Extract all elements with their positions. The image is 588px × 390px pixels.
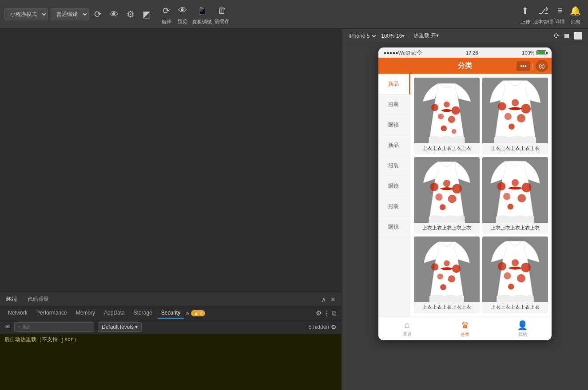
dress-svg-6 bbox=[482, 236, 548, 302]
cat-item-fuzhuang1[interactable]: 服装 bbox=[378, 95, 410, 115]
dress-svg-3 bbox=[414, 157, 480, 223]
filter-input[interactable] bbox=[14, 322, 94, 332]
details-label: 详情 bbox=[555, 18, 565, 25]
tab-performance[interactable]: Performance bbox=[33, 308, 71, 319]
upload-icon[interactable]: ⬆ bbox=[519, 4, 532, 18]
svg-point-39 bbox=[448, 275, 455, 282]
tab-appdata[interactable]: AppData bbox=[100, 308, 128, 319]
preview-icon-btn[interactable]: 👁 bbox=[107, 8, 121, 21]
mine-icon: 👤 bbox=[517, 320, 528, 331]
phone-nav-bar: 分类 ••• | ◎ bbox=[378, 58, 552, 74]
bottom-panel-controls: ∧ ✕ bbox=[321, 295, 337, 304]
more-tabs-btn[interactable]: » bbox=[186, 310, 189, 317]
main-area: 终端 代码质量 ∧ ✕ Network Performance Memory A… bbox=[0, 29, 588, 390]
dock-btn[interactable]: ⧉ bbox=[332, 309, 337, 317]
product-image bbox=[482, 157, 548, 223]
category-icon: ♛ bbox=[461, 320, 469, 331]
cat-item-fuzhuang3[interactable]: 服装 bbox=[378, 197, 410, 217]
settings-btn[interactable]: ⚙ bbox=[316, 309, 322, 317]
product-name-2: 上衣上衣上衣上衣上衣 bbox=[489, 143, 541, 154]
clear-cache-label: 清缓存 bbox=[215, 18, 229, 25]
bottom-nav-category[interactable]: ♛ 分类 bbox=[436, 320, 494, 338]
bottom-nav-mine[interactable]: 👤 我的 bbox=[494, 320, 552, 338]
filter-gear-btn[interactable]: ⚙ bbox=[331, 323, 337, 331]
home-icon: ⌂ bbox=[404, 320, 409, 330]
svg-point-24 bbox=[439, 204, 445, 210]
svg-point-37 bbox=[452, 264, 461, 273]
svg-point-48 bbox=[508, 284, 513, 289]
filter-eye-btn[interactable]: 👁 bbox=[4, 323, 11, 331]
svg-point-27 bbox=[497, 182, 505, 191]
product-card[interactable]: 上衣上衣上衣上衣上衣 bbox=[414, 157, 480, 234]
devtab-controls: ⚙ ⋮ ⧉ bbox=[316, 309, 337, 317]
product-name-3: 上衣上衣上衣上衣上衣 bbox=[421, 223, 473, 234]
cat-item-yanjing3[interactable]: 眼镜 bbox=[378, 217, 410, 237]
svg-point-22 bbox=[435, 193, 442, 201]
svg-point-38 bbox=[437, 273, 443, 279]
preview-icon: 👁 bbox=[175, 4, 190, 17]
filter-bar: 👁 Default levels ▾ 5 hidden ⚙ bbox=[0, 320, 341, 334]
nav-more-btn[interactable]: ••• bbox=[516, 61, 530, 71]
phone-status-bar: ●●●●●WeChat 令 17:26 100% bbox=[378, 47, 552, 58]
tab-storage[interactable]: Storage bbox=[130, 308, 156, 319]
product-card[interactable]: 上衣上衣上衣上衣上衣 bbox=[482, 78, 548, 154]
messages-label: 消息 bbox=[571, 19, 580, 25]
sim-refresh-btn[interactable]: ⟳ bbox=[554, 32, 560, 40]
layers-icon-btn[interactable]: ◩ bbox=[140, 7, 154, 21]
product-image bbox=[482, 236, 548, 302]
svg-point-45 bbox=[521, 263, 531, 272]
bottom-nav-home[interactable]: ⌂ 首页 bbox=[378, 320, 436, 338]
collapse-btn[interactable]: ∧ bbox=[321, 295, 327, 304]
svg-point-43 bbox=[497, 262, 506, 271]
svg-point-5 bbox=[437, 114, 443, 119]
debug-icon-btn[interactable]: ⚙ bbox=[124, 7, 137, 21]
details-icon[interactable]: ≡ bbox=[555, 4, 565, 17]
svg-point-6 bbox=[448, 116, 455, 123]
sim-separate-btn[interactable]: ⬜ bbox=[574, 32, 583, 40]
more-options-btn[interactable]: ⋮ bbox=[323, 309, 330, 317]
compile-icon: ⟳ bbox=[160, 4, 173, 18]
mode-select[interactable]: 小程序模式 bbox=[4, 8, 48, 20]
version-mgmt-icon[interactable]: ⎇ bbox=[536, 4, 551, 18]
svg-point-35 bbox=[431, 264, 438, 271]
tab-network[interactable]: Network bbox=[4, 308, 31, 319]
code-quality-tab[interactable]: 代码质量 bbox=[26, 295, 51, 304]
dress-svg-4 bbox=[482, 157, 548, 223]
cat-item-yanjing2[interactable]: 眼镜 bbox=[378, 176, 410, 197]
terminal-tab[interactable]: 终端 bbox=[4, 295, 19, 304]
product-card[interactable]: 上衣上衣上衣上衣上衣 bbox=[482, 157, 548, 234]
cat-item-xinpin[interactable]: 新品 bbox=[378, 74, 410, 95]
messages-icon[interactable]: 🔔 bbox=[567, 4, 584, 18]
simulator-content: ●●●●●WeChat 令 17:26 100% 分类 ••• | ◎ bbox=[342, 43, 588, 390]
svg-point-12 bbox=[511, 99, 518, 106]
device-select[interactable]: iPhone 5 iPhone 6 iPhone X bbox=[347, 32, 377, 39]
home-label: 首页 bbox=[403, 331, 412, 337]
product-card[interactable]: 上衣上衣上衣上衣上衣 bbox=[414, 78, 480, 154]
svg-point-44 bbox=[511, 259, 518, 266]
refresh-btn[interactable]: ⟳ bbox=[91, 7, 104, 21]
close-btn[interactable]: ✕ bbox=[330, 295, 337, 304]
compile-select[interactable]: 普通编译 bbox=[51, 8, 89, 20]
cat-item-yanjing1[interactable]: 眼镜 bbox=[378, 115, 410, 135]
tab-security[interactable]: Security bbox=[158, 308, 184, 319]
svg-point-3 bbox=[444, 102, 449, 107]
product-name-4: 上衣上衣上衣上衣上衣 bbox=[489, 223, 541, 234]
product-card[interactable]: 上衣上衣上衣上衣上衣 bbox=[414, 236, 480, 313]
error-badge: ▲ 4 bbox=[191, 310, 205, 316]
sim-stop-btn[interactable]: ⏹ bbox=[563, 32, 570, 40]
tab-memory[interactable]: Memory bbox=[72, 308, 99, 319]
cat-item-xinpin2[interactable]: 新品 bbox=[378, 135, 410, 156]
filter-levels-btn[interactable]: Default levels ▾ bbox=[98, 322, 142, 332]
product-image bbox=[414, 78, 480, 143]
svg-point-15 bbox=[517, 114, 525, 122]
nav-target-btn[interactable]: ◎ bbox=[536, 60, 548, 72]
log-area: 后自动热重载（不支持 json） bbox=[0, 334, 341, 390]
dress-svg-5 bbox=[414, 236, 480, 302]
nav-divider: | bbox=[532, 63, 534, 70]
product-card[interactable]: 上衣上衣上衣上衣上衣 bbox=[482, 236, 548, 313]
hotreload-toggle[interactable]: 热重载 开▾ bbox=[413, 32, 439, 39]
dress-svg-1 bbox=[414, 78, 480, 143]
svg-point-7 bbox=[441, 126, 446, 131]
cat-item-fuzhuang2[interactable]: 服装 bbox=[378, 156, 410, 176]
real-debug-label: 真机调试 bbox=[192, 19, 212, 25]
